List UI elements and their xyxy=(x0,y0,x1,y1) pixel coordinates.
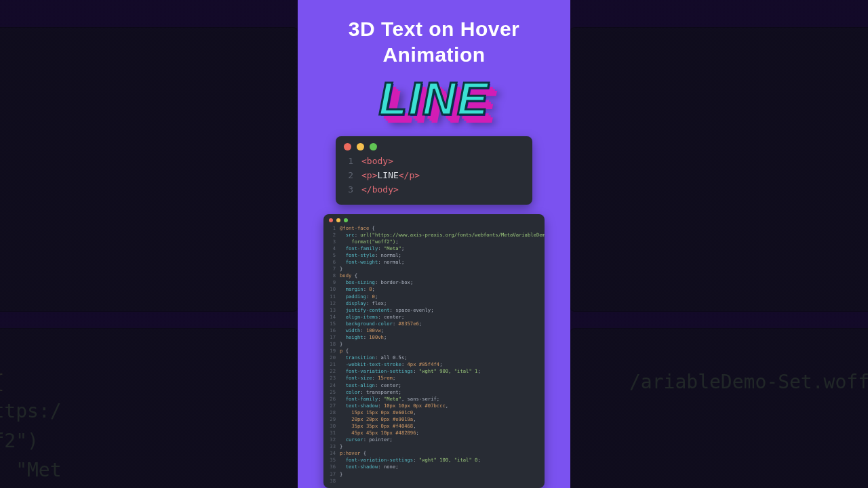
code-line: 3</body> xyxy=(340,183,526,197)
code-line: 8body { xyxy=(326,272,539,279)
code-line: 37} xyxy=(326,471,539,478)
window-traffic-lights xyxy=(0,27,298,88)
window-traffic-lights xyxy=(0,328,298,367)
code-line: 5 font-style: normal; xyxy=(326,252,539,259)
code-line: 28 15px 15px 0px #e601c0, xyxy=(326,409,539,416)
bg-code-line: 4 font-family: "Met xyxy=(0,455,285,485)
bg-code-panel-bottom-right: 2/ariableDemo-Set.woff2") xyxy=(570,328,868,488)
bg-code-line: 2 <p> xyxy=(0,134,285,180)
code-line: 22 font-variation-settings: "wght" 900, … xyxy=(326,368,539,375)
code-line: 30 35px 35px 0px #f40468, xyxy=(326,423,539,430)
code-line: 36 text-shadow: none; xyxy=(326,464,539,470)
code-block-html: 1<body>2 <p>LINE</p>3</body> xyxy=(336,153,532,205)
code-line: 38 xyxy=(326,478,539,485)
page-title: 3D Text on Hover Animation xyxy=(349,16,520,67)
bg-code-line: 5 font-style: norma xyxy=(0,485,285,488)
bg-code-fragment: /ariableDemo-Set.woff2") xyxy=(629,367,868,396)
code-line: 15 background-color: #8357e6; xyxy=(326,321,539,327)
code-line: 19p { xyxy=(326,348,539,354)
traffic-light-red-icon xyxy=(329,218,333,222)
code-line: 21 -webkit-text-stroke: 4px #05f4f4; xyxy=(326,361,539,368)
code-line: 13 justify-content: space-evenly; xyxy=(326,307,539,314)
code-line: 14 align-items: center; xyxy=(326,314,539,321)
code-card-html: 1<body>2 <p>LINE</p>3</body> xyxy=(336,136,532,205)
code-line: 1@font-face { xyxy=(326,225,539,232)
code-line: 26 font-family: "Meta", sans-serif; xyxy=(326,396,539,403)
window-traffic-lights xyxy=(336,136,532,153)
code-line: 25 color: transparent; xyxy=(326,389,539,396)
bg-code-panel-bottom-left: 1@font-face {2 src: url("https:/3 format… xyxy=(0,328,298,488)
code-line: 32 cursor: pointer; xyxy=(326,436,539,443)
bg-code-line: 3 format("woff2") xyxy=(0,426,285,455)
code-line: 29 20px 20px 0px #e9019a, xyxy=(326,416,539,423)
code-line: 23 font-size: 15rem; xyxy=(326,375,539,382)
code-line: 33} xyxy=(326,443,539,450)
demo-3d-text: LINE xyxy=(379,75,490,121)
code-line: 10 margin: 0; xyxy=(326,286,539,293)
code-line: 2 <p>LINE</p> xyxy=(340,169,526,183)
code-card-css: 1@font-face {2 src: url("https://www.axi… xyxy=(323,214,545,488)
code-line: 12 display: flex; xyxy=(326,300,539,307)
bg-code-panel-top-left: 1<body2 <p>3</bo xyxy=(0,27,298,312)
code-line: 9 box-sizing: border-box; xyxy=(326,279,539,286)
code-line: 7} xyxy=(326,266,539,272)
traffic-light-red-icon xyxy=(344,143,351,150)
code-line: 2 src: url("https://www.axis-praxis.org/… xyxy=(326,232,539,239)
code-line: 1<body> xyxy=(340,155,526,169)
code-line: 35 font-variation-settings: "wght" 100, … xyxy=(326,457,539,464)
bg-code-line: 1@font-face { xyxy=(0,367,285,396)
traffic-light-yellow-icon xyxy=(357,143,364,150)
code-line: 34p:hover { xyxy=(326,450,539,457)
code-line: 17 height: 100vh; xyxy=(326,334,539,341)
code-line: 6 font-weight: normal; xyxy=(326,259,539,266)
window-traffic-lights xyxy=(323,214,545,224)
code-line: 24 text-align: center; xyxy=(326,382,539,389)
code-line: 20 transition: all 0.5s; xyxy=(326,354,539,361)
code-line: 27 text-shadow: 10px 10px 0px #07bccc, xyxy=(326,403,539,409)
bg-code-line: 1<body xyxy=(0,88,285,134)
code-line: 16 width: 100vw; xyxy=(326,327,539,334)
center-column: 3D Text on Hover Animation LINE 1<body>2… xyxy=(298,0,570,488)
code-line: 4 font-family: "Meta"; xyxy=(326,245,539,252)
bg-code-line: 2 src: url("https:/ xyxy=(0,396,285,426)
code-line: 11 padding: 0; xyxy=(326,293,539,300)
code-line: 18} xyxy=(326,341,539,348)
traffic-light-yellow-icon xyxy=(336,218,340,222)
code-line: 3 format("woff2"); xyxy=(326,239,539,245)
traffic-light-green-icon xyxy=(344,218,348,222)
code-line: 31 45px 45px 10px #482896; xyxy=(326,430,539,436)
bg-code-line: 3</bo xyxy=(0,180,285,226)
traffic-light-green-icon xyxy=(370,143,377,150)
code-block-css: 1@font-face {2 src: url("https://www.axi… xyxy=(323,224,545,488)
bg-code-panel-top-right xyxy=(570,27,868,312)
